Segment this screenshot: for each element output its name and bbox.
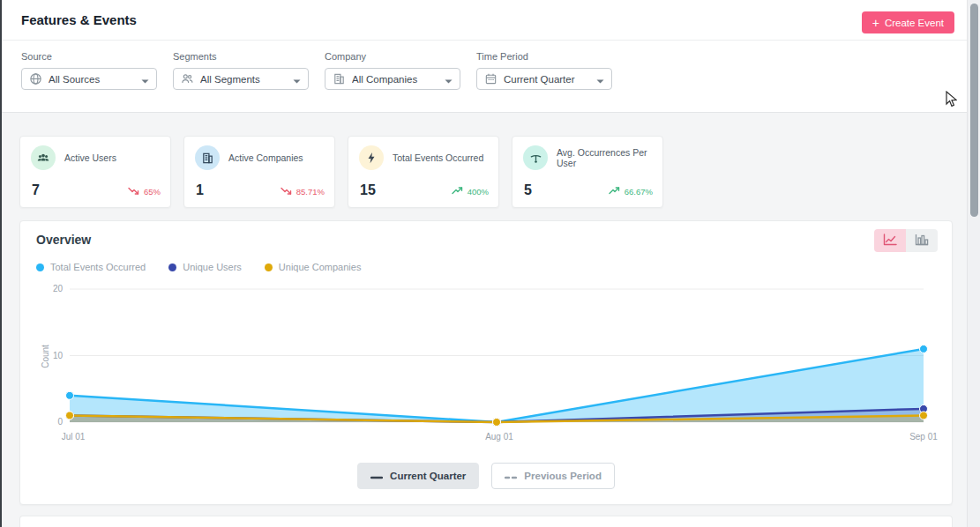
current-quarter-button[interactable]: Current Quarter	[357, 463, 479, 489]
solid-line-icon	[370, 471, 383, 481]
next-section-panel	[19, 516, 953, 527]
legend-total-events[interactable]: Total Events Occurred	[36, 262, 146, 272]
bar-chart-icon	[915, 234, 929, 249]
chevron-down-icon	[445, 71, 453, 87]
previous-period-label: Previous Period	[524, 471, 602, 481]
legend-label: Total Events Occurred	[50, 262, 146, 272]
overview-panel: Overview Total Events Occurred	[19, 220, 953, 505]
x-tick-sep: Sep 01	[901, 432, 946, 442]
stat-change: 85.71%	[281, 187, 325, 197]
company-select[interactable]: All Companies	[325, 68, 460, 90]
legend-dot-blue	[36, 264, 44, 271]
chart-legend: Total Events Occurred Unique Users Uniqu…	[36, 262, 361, 272]
overview-title: Overview	[36, 233, 91, 247]
legend-unique-companies[interactable]: Unique Companies	[265, 262, 362, 272]
stat-change: 400%	[452, 187, 489, 197]
filter-company-label: Company	[325, 51, 460, 62]
filter-source: Source All Sources	[21, 51, 157, 90]
scrollbar-thumb[interactable]	[970, 4, 978, 217]
chevron-down-icon	[596, 71, 604, 87]
lightning-icon	[359, 145, 384, 170]
trend-down-icon	[281, 187, 292, 197]
features-events-page: Features & Events + Create Event Source …	[0, 0, 980, 527]
source-select[interactable]: All Sources	[21, 68, 157, 90]
trend-up-icon	[609, 187, 620, 197]
stat-label: Avg. Occurrences Per User	[557, 147, 655, 168]
stat-card-active-companies: Active Companies 1 85.71%	[183, 136, 335, 208]
chart-type-toggle	[874, 229, 938, 252]
stat-value: 1	[196, 182, 204, 198]
collapsed-sidebar-edge	[0, 0, 2, 527]
trend-down-icon	[128, 187, 139, 197]
stat-change-value: 400%	[468, 187, 489, 197]
filter-time-period: Time Period Current Quarter	[476, 51, 612, 90]
segments-select[interactable]: All Segments	[173, 68, 309, 90]
globe-icon	[29, 72, 42, 85]
stat-label: Total Events Occurred	[393, 152, 483, 163]
time-period-select-value: Current Quarter	[504, 74, 590, 85]
legend-label: Unique Users	[183, 262, 242, 272]
legend-dot-yellow	[265, 264, 273, 271]
legend-unique-users[interactable]: Unique Users	[168, 262, 242, 272]
dashed-line-icon	[505, 471, 517, 481]
stat-change-value: 65%	[144, 187, 161, 197]
building-icon	[195, 145, 220, 170]
previous-period-button[interactable]: Previous Period	[491, 463, 615, 489]
stat-change-value: 85.71%	[296, 187, 325, 197]
users-group-icon	[31, 145, 56, 170]
stat-card-active-users: Active Users 7 65%	[19, 136, 171, 208]
chevron-down-icon	[141, 71, 149, 87]
y-tick-20: 20	[40, 284, 63, 293]
line-chart-toggle-button[interactable]	[874, 229, 906, 252]
segments-select-value: All Segments	[200, 74, 287, 85]
stat-value: 15	[360, 182, 376, 198]
legend-dot-indigo	[168, 264, 176, 271]
period-button-row: Current Quarter Previous Period	[20, 463, 952, 489]
create-event-button[interactable]: + Create Event	[862, 11, 954, 33]
stat-label: Active Companies	[228, 152, 303, 163]
time-period-select[interactable]: Current Quarter	[476, 68, 612, 90]
legend-label: Unique Companies	[279, 262, 362, 272]
filter-company: Company All Companies	[325, 51, 460, 90]
stat-change: 66.67%	[609, 187, 653, 197]
average-icon	[523, 145, 548, 170]
calendar-icon	[484, 72, 497, 85]
y-tick-10: 10	[40, 351, 63, 360]
chevron-down-icon	[293, 71, 301, 87]
stat-value: 7	[32, 182, 40, 198]
page-title: Features & Events	[21, 12, 137, 27]
trend-up-icon	[452, 187, 463, 197]
filter-segments-label: Segments	[173, 51, 309, 62]
filter-time-period-label: Time Period	[476, 51, 612, 62]
x-tick-aug: Aug 01	[477, 432, 521, 442]
stat-card-total-events: Total Events Occurred 15 400%	[348, 136, 499, 208]
plus-icon: +	[872, 17, 879, 29]
x-tick-jul: Jul 01	[51, 432, 95, 442]
company-select-value: All Companies	[352, 74, 438, 85]
stat-value: 5	[524, 182, 532, 198]
filter-segments: Segments All Segments	[173, 51, 309, 90]
current-quarter-label: Current Quarter	[390, 471, 466, 481]
stat-change: 65%	[128, 187, 161, 197]
filter-source-label: Source	[21, 51, 157, 62]
stat-change-value: 66.67%	[625, 187, 653, 197]
overview-chart-svg[interactable]	[70, 285, 924, 439]
source-select-value: All Sources	[49, 74, 135, 85]
stat-label: Active Users	[64, 152, 116, 163]
filter-bar: Source All Sources Segments	[21, 51, 612, 90]
create-event-label: Create Event	[885, 18, 944, 28]
line-chart-icon	[883, 234, 897, 249]
header-filter-section: Features & Events + Create Event Source …	[0, 0, 967, 113]
vertical-scrollbar[interactable]	[967, 0, 980, 527]
bar-chart-toggle-button[interactable]	[906, 229, 938, 252]
stat-card-avg-occurrences: Avg. Occurrences Per User 5 66.67%	[512, 136, 663, 208]
stat-cards-row: Active Users 7 65% Active Companies	[19, 136, 663, 208]
y-tick-0: 0	[40, 417, 63, 427]
users-icon	[181, 72, 194, 85]
page-header: Features & Events + Create Event	[0, 0, 967, 41]
building-icon	[333, 72, 346, 85]
